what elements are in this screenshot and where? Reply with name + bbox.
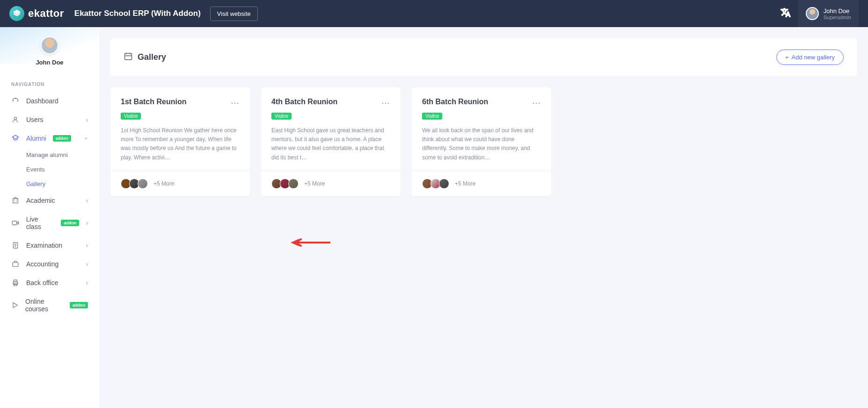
status-badge: Visible	[422, 113, 442, 120]
svg-rect-6	[14, 280, 17, 282]
sidebar-item-label: Live class	[26, 215, 55, 230]
main-content: Gallery + Add new gallery 1st Batch Reun…	[99, 27, 868, 408]
chevron-right-icon: ›	[86, 279, 88, 286]
avatar-stack	[121, 179, 148, 189]
sidebar-item-label: Dashboard	[26, 97, 58, 105]
header-user-name: John Doe	[824, 7, 851, 14]
card-title: 1st Batch Reunion	[121, 98, 186, 106]
nav-section-header: NAVIGATION	[0, 71, 99, 92]
chevron-right-icon: ›	[86, 219, 88, 227]
avatar	[138, 179, 148, 189]
sidebar-item-users[interactable]: Users ›	[0, 110, 99, 129]
add-button-label: Add new gallery	[792, 54, 835, 61]
chevron-right-icon: ›	[86, 242, 88, 249]
app-title: Ekattor School ERP (With Addon)	[74, 9, 201, 18]
card-menu-icon[interactable]: ⋯	[381, 98, 390, 108]
svg-rect-1	[13, 199, 18, 203]
sidebar: John Doe NAVIGATION Dashboard Users › Al…	[0, 27, 99, 408]
svg-marker-8	[13, 303, 17, 308]
svg-point-0	[14, 117, 16, 120]
sidebar-sub-events[interactable]: Events	[0, 162, 99, 177]
avatar	[439, 179, 449, 189]
card-menu-icon[interactable]: ⋯	[231, 98, 240, 108]
sidebar-user: John Doe	[0, 27, 99, 71]
chevron-right-icon: ›	[86, 197, 88, 204]
sidebar-item-dashboard[interactable]: Dashboard	[0, 92, 99, 110]
visit-website-button[interactable]: Visit website	[210, 7, 258, 21]
sidebar-item-examination[interactable]: Examination ›	[0, 236, 99, 255]
briefcase-icon	[11, 260, 20, 268]
building-icon	[11, 197, 20, 204]
sidebar-item-label: Back office	[26, 279, 58, 286]
header-user-role: Superadmin	[824, 14, 851, 20]
sidebar-item-label: Users	[26, 116, 44, 123]
chevron-down-icon: ›	[83, 137, 91, 140]
clipboard-icon	[11, 242, 20, 249]
avatar	[288, 179, 299, 189]
avatar-stack	[422, 179, 449, 189]
gallery-card: 6th Batch Reunion ⋯ Visible We all look …	[412, 87, 551, 196]
card-menu-icon[interactable]: ⋯	[532, 98, 541, 108]
sidebar-item-label: Academic	[26, 197, 55, 204]
addon-badge: addon	[61, 220, 79, 226]
status-badge: Visible	[271, 113, 292, 120]
user-menu[interactable]: John Doe Superadmin	[798, 0, 859, 27]
sidebar-item-alumni[interactable]: Alumni addon ›	[0, 129, 99, 148]
svg-rect-2	[12, 221, 16, 225]
more-link[interactable]: +5 More	[304, 180, 325, 187]
logo-icon	[9, 6, 24, 21]
page-header: Gallery + Add new gallery	[110, 38, 857, 76]
addon-badge: addon	[53, 135, 71, 142]
sidebar-item-academic[interactable]: Academic ›	[0, 191, 99, 210]
chevron-right-icon: ›	[86, 116, 88, 123]
svg-marker-10	[291, 239, 299, 246]
printer-icon	[11, 279, 20, 286]
gallery-card: 4th Batch Reunion ⋯ Visible East High Sc…	[261, 87, 401, 196]
plus-icon: +	[785, 54, 789, 61]
more-link[interactable]: +5 More	[153, 180, 174, 187]
card-description: East High School gave us great teachers …	[271, 126, 390, 162]
status-badge: Visible	[121, 113, 141, 120]
more-link[interactable]: +5 More	[455, 180, 475, 187]
svg-rect-9	[125, 53, 132, 59]
sidebar-item-accounting[interactable]: Accounting ›	[0, 255, 99, 273]
sidebar-item-label: Examination	[26, 242, 62, 249]
sidebar-item-label: Alumni	[26, 135, 46, 142]
svg-rect-4	[13, 263, 18, 267]
card-description: 1st High School Reunion We gather here o…	[121, 126, 240, 162]
sidebar-item-label: Accounting	[26, 260, 58, 268]
avatar	[41, 36, 58, 54]
page-title: Gallery	[138, 52, 166, 62]
sidebar-item-live-class[interactable]: Live class addon ›	[0, 210, 99, 236]
gallery-cards: 1st Batch Reunion ⋯ Visible 1st High Sch…	[110, 87, 857, 196]
dashboard-icon	[11, 97, 20, 105]
top-header: ekattor Ekattor School ERP (With Addon) …	[0, 0, 868, 27]
sidebar-item-back-office[interactable]: Back office ›	[0, 273, 99, 292]
annotation-arrow-icon	[291, 238, 330, 247]
sidebar-sub-manage-alumni[interactable]: Manage alumni	[0, 148, 99, 162]
language-icon[interactable]	[780, 7, 791, 20]
user-icon	[11, 116, 20, 123]
gallery-card: 1st Batch Reunion ⋯ Visible 1st High Sch…	[110, 87, 250, 196]
logo-text: ekattor	[28, 7, 64, 20]
logo-group[interactable]: ekattor	[9, 6, 64, 21]
sidebar-item-online-courses[interactable]: Online courses addon	[0, 292, 99, 318]
card-description: We all look back on the span of our live…	[422, 126, 541, 162]
video-icon	[11, 219, 20, 227]
add-gallery-button[interactable]: + Add new gallery	[776, 50, 844, 65]
addon-badge: addon	[70, 302, 88, 308]
avatar	[806, 7, 819, 20]
avatar-stack	[271, 179, 299, 189]
play-icon	[11, 301, 19, 309]
gallery-icon	[124, 52, 133, 63]
sidebar-item-label: Online courses	[25, 298, 63, 313]
sidebar-user-name: John Doe	[0, 59, 99, 66]
card-title: 6th Batch Reunion	[422, 98, 488, 106]
chevron-right-icon: ›	[86, 260, 88, 268]
sidebar-sub-gallery[interactable]: Gallery	[0, 177, 99, 191]
graduation-icon	[11, 135, 20, 142]
card-title: 4th Batch Reunion	[271, 98, 337, 106]
